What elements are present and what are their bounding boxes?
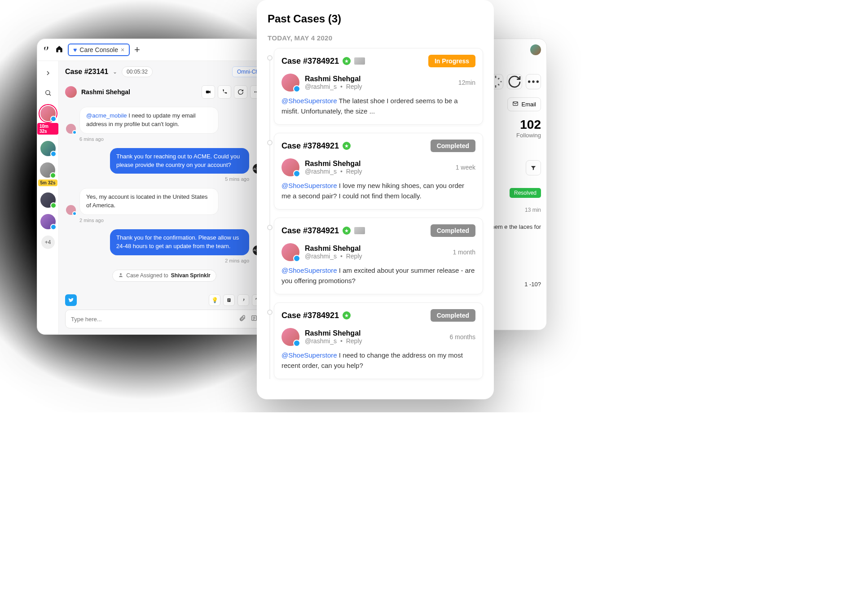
attachment-icon[interactable] (239, 315, 246, 323)
case-id: Case #3784921 (281, 57, 339, 66)
case-card[interactable]: Case #3784921★CompletedRashmi Shehgal@ra… (274, 133, 483, 210)
separator: • (339, 253, 344, 260)
incoming-message: @acme_mobile I need to update my email a… (79, 107, 219, 134)
filter-button[interactable] (526, 160, 541, 175)
svg-point-10 (120, 273, 122, 275)
message-timestamp: 2 mins ago (79, 218, 263, 223)
twitter-channel-button[interactable] (65, 294, 77, 306)
case-thumbnail (354, 227, 365, 234)
reply-link[interactable]: Reply (346, 168, 362, 175)
mention-link[interactable]: @ShoeSuperstore (281, 351, 337, 359)
author-handle: @rashmi_s (305, 168, 337, 175)
svg-point-1 (528, 80, 530, 83)
outgoing-message: Thank you for reaching out to ACME. Coul… (110, 148, 249, 174)
conversation-rail: 10m 32s 5m 32s +4 (37, 61, 59, 335)
star-icon: ★ (343, 142, 351, 150)
svg-point-3 (537, 80, 539, 83)
timeline-dot (267, 140, 273, 145)
conversation-avatar[interactable] (40, 162, 55, 178)
sender-avatar (66, 205, 76, 215)
tab-label: Care Console (79, 46, 118, 53)
svg-rect-6 (206, 91, 209, 93)
refresh-button[interactable] (507, 74, 522, 89)
svg-point-5 (45, 91, 49, 95)
status-badge: Completed (431, 224, 475, 237)
star-icon: ★ (343, 57, 351, 65)
case-title: Case #23141 (65, 68, 108, 76)
voice-call-button[interactable] (218, 85, 231, 99)
case-avatar (281, 158, 299, 176)
video-call-button[interactable] (202, 85, 215, 99)
svg-point-7 (255, 92, 255, 92)
message-timestamp: 2 mins ago (66, 258, 249, 263)
contact-avatar[interactable] (65, 86, 77, 98)
expand-button[interactable] (41, 66, 55, 80)
chevron-down-icon[interactable]: ⌄ (113, 69, 117, 75)
email-button[interactable]: Email (507, 97, 541, 111)
twitter-badge-icon (50, 224, 57, 230)
case-card[interactable]: Case #3784921★In ProgressRashmi Shehgal@… (274, 48, 483, 125)
more-button[interactable] (526, 74, 541, 89)
new-tab-button[interactable]: + (134, 44, 140, 56)
twitter-badge-icon (293, 255, 300, 262)
case-id: Case #3784921 (281, 141, 339, 151)
app-logo-icon[interactable] (43, 45, 51, 55)
case-thumbnail (354, 57, 365, 65)
status-badge: Completed (431, 140, 475, 152)
search-button[interactable] (41, 86, 55, 100)
tab-care-console[interactable]: ♥ Care Console × (68, 44, 130, 56)
incoming-message: Yes, my account is located in the United… (79, 188, 219, 215)
case-age: 12min (458, 79, 475, 86)
twitter-badge-icon (293, 170, 300, 177)
wait-time-badge: 5m 32s (38, 179, 58, 186)
outgoing-message: Thank you for the confirmation. Please a… (110, 229, 249, 255)
twitter-badge-icon (293, 340, 300, 347)
message-timestamp: 5 mins ago (66, 176, 249, 182)
status-badge: Completed (431, 309, 475, 322)
star-icon: ★ (343, 311, 351, 319)
mention-link[interactable]: @ShoeSuperstore (281, 182, 337, 189)
case-author-name: Rashmi Shehgal (305, 75, 453, 83)
more-conversations[interactable]: +4 (41, 236, 55, 249)
suggestion-button[interactable]: 💡 (209, 294, 220, 306)
conversation-avatar-active[interactable] (40, 106, 56, 121)
assignment-chip: Case Assigned to Shivan Sprinklr (112, 270, 216, 282)
reply-link[interactable]: Reply (346, 83, 362, 90)
status-resolved: Resolved (510, 188, 541, 198)
window-topbar: ♥ Care Console × + (37, 39, 270, 61)
mention-link[interactable]: @ShoeSuperstore (281, 97, 337, 105)
case-age: 1 month (453, 249, 475, 256)
case-timer: 00:05:32 (122, 66, 153, 77)
home-icon[interactable] (55, 45, 63, 55)
user-avatar[interactable] (530, 44, 541, 55)
conversation-avatar[interactable] (40, 214, 56, 229)
case-age: 6 months (449, 333, 475, 341)
author-handle: @rashmi_s (305, 83, 337, 90)
reply-link[interactable]: Reply (346, 337, 362, 345)
svg-point-2 (532, 80, 534, 83)
timeline-dot (267, 225, 273, 230)
chat-pane: Case #23141 ⌄ 00:05:32 Omni-Ch Rashmi Sh… (59, 61, 270, 335)
case-author-name: Rashmi Shehgal (305, 329, 444, 337)
conversation-avatar[interactable] (40, 141, 56, 156)
case-avatar (281, 74, 299, 92)
author-handle: @rashmi_s (305, 253, 337, 260)
case-card[interactable]: Case #3784921★CompletedRashmi Shehgal@ra… (274, 218, 483, 294)
reply-link[interactable]: Reply (346, 253, 362, 260)
case-body: @ShoeSuperstore I love my new hiking sho… (281, 181, 475, 201)
message-input[interactable] (71, 316, 239, 323)
twitter-badge-icon (293, 85, 300, 92)
close-icon[interactable]: × (121, 46, 124, 53)
refresh-button[interactable] (234, 85, 247, 99)
conversation-avatar[interactable] (40, 192, 56, 208)
online-badge-icon (50, 172, 56, 179)
case-card[interactable]: Case #3784921★CompletedRashmi Shehgal@ra… (274, 302, 483, 379)
message-timestamp: 6 mins ago (79, 136, 263, 142)
sender-avatar (66, 124, 76, 134)
notes-button[interactable] (223, 294, 235, 306)
mention-link[interactable]: @ShoeSuperstore (281, 266, 337, 274)
case-avatar (281, 243, 299, 261)
sprinklr-button[interactable] (237, 294, 249, 306)
panel-title: Past Cases (3) (268, 13, 483, 25)
author-handle: @rashmi_s (305, 337, 337, 345)
